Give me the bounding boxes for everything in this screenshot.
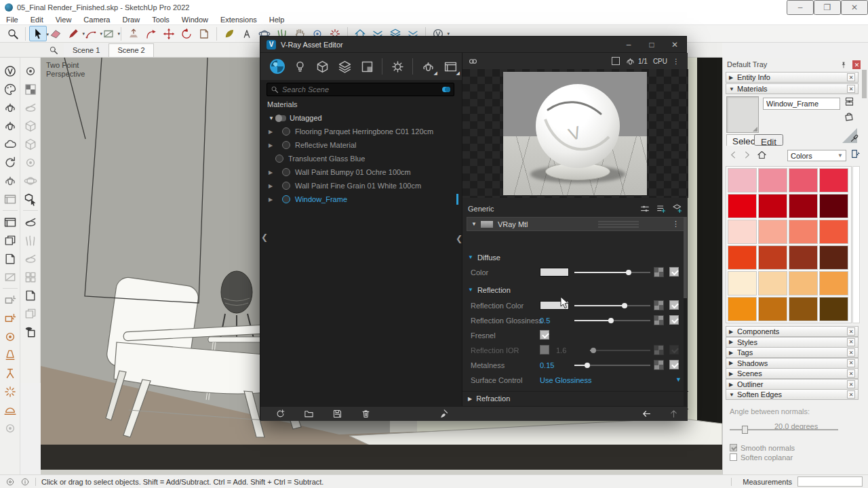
diffuse-section-header[interactable]: ▼Diffuse bbox=[462, 251, 688, 263]
frame-buffer-button[interactable]: ◢ bbox=[441, 58, 459, 75]
preview-menu-icon[interactable]: ⋮ bbox=[673, 58, 679, 65]
Scene 1[interactable]: Scene 1 bbox=[64, 43, 108, 57]
panel-materials[interactable]: ▼Materials ✕ bbox=[726, 83, 859, 94]
sample-paint-icon[interactable] bbox=[850, 133, 860, 143]
arc-tool[interactable]: ▾ bbox=[82, 26, 100, 41]
zoom-window-tool[interactable] bbox=[4, 26, 22, 41]
materials-close-icon[interactable]: ✕ bbox=[847, 85, 855, 93]
color-swatch[interactable] bbox=[789, 271, 818, 296]
tray-collapsed-panel[interactable]: ▶Shadows ✕ bbox=[726, 358, 859, 369]
proxy-cube[interactable] bbox=[22, 117, 39, 135]
color-swatch[interactable] bbox=[728, 220, 757, 244]
soften-coplanar-checkbox[interactable] bbox=[730, 453, 737, 461]
help-icon[interactable] bbox=[20, 477, 30, 487]
clipper[interactable] bbox=[22, 249, 39, 268]
panel-close-icon[interactable]: ✕ bbox=[847, 369, 855, 378]
sphere-pattern[interactable] bbox=[22, 153, 39, 171]
preview-float-icon[interactable] bbox=[612, 57, 620, 65]
reflection-enable-checkbox[interactable] bbox=[669, 300, 679, 310]
lightgen[interactable] bbox=[1, 291, 19, 309]
tab-edit[interactable]: Edit bbox=[754, 134, 783, 146]
eraser-tool[interactable] bbox=[47, 26, 64, 41]
layer-collapse-icon[interactable]: ▼ bbox=[471, 221, 477, 227]
preview-scale-label[interactable]: 1/1 bbox=[638, 58, 648, 65]
preview-link-icon[interactable] bbox=[468, 56, 478, 66]
add-attribute-icon[interactable] bbox=[656, 203, 667, 214]
reflection-color-slider[interactable] bbox=[574, 305, 650, 306]
add-asset-button[interactable] bbox=[275, 409, 285, 419]
expand-arrow-icon[interactable]: ▶ bbox=[269, 197, 275, 203]
in-model-home-icon[interactable] bbox=[757, 150, 767, 160]
plane-light[interactable] bbox=[1, 309, 19, 327]
render-cloud[interactable] bbox=[1, 135, 19, 153]
collapse-arrow-icon[interactable]: ▼ bbox=[269, 115, 275, 121]
fresnel-checkbox[interactable] bbox=[540, 330, 549, 340]
surface-control-dropdown-icon[interactable]: ▼ bbox=[675, 376, 682, 383]
purge-assets-button[interactable] bbox=[439, 409, 449, 419]
panel-collapse-left-icon[interactable]: ❮ bbox=[261, 232, 268, 242]
tray-collapsed-panel[interactable]: ▶Scenes ✕ bbox=[726, 368, 859, 379]
material-list-item[interactable]: ▶ Wall Paint Bumpy 01 Ochre 100cm bbox=[260, 165, 462, 179]
window-restore-button[interactable]: ❐ bbox=[814, 0, 841, 15]
vray-logo[interactable] bbox=[1, 62, 19, 80]
rotate-tool[interactable] bbox=[178, 26, 195, 41]
render-button[interactable]: ◢ bbox=[419, 58, 437, 75]
expand-arrow-icon[interactable]: ▶ bbox=[269, 183, 275, 189]
vray-mtl-layer-row[interactable]: ▼ VRay Mtl ⋮ bbox=[467, 217, 684, 231]
layer-menu-icon[interactable]: ⋮ bbox=[672, 220, 679, 228]
render-elements-category-button[interactable] bbox=[358, 58, 376, 75]
menu-file[interactable]: File bbox=[0, 16, 24, 24]
color-swatch[interactable] bbox=[728, 297, 757, 321]
color-swatch[interactable] bbox=[819, 194, 848, 218]
measurements-input[interactable] bbox=[797, 476, 863, 487]
diffuse-texture-slot-icon[interactable] bbox=[654, 267, 664, 277]
render-interactive[interactable] bbox=[1, 117, 19, 135]
expand-arrow-icon[interactable]: ▶ bbox=[269, 142, 275, 148]
smooth-normals-checkbox[interactable] bbox=[730, 444, 737, 451]
dome-light[interactable] bbox=[1, 401, 19, 419]
spot-light[interactable] bbox=[1, 346, 19, 364]
metalness-value[interactable]: 0.15 bbox=[540, 361, 554, 369]
reflection-section-header[interactable]: ▼Reflection bbox=[462, 284, 688, 296]
color-swatch[interactable] bbox=[819, 271, 848, 296]
textures-category-button[interactable] bbox=[336, 58, 353, 75]
frame-buffer-small[interactable] bbox=[1, 190, 19, 208]
up-button[interactable] bbox=[669, 409, 679, 419]
mesh-export[interactable] bbox=[22, 268, 39, 286]
materials-category-button[interactable] bbox=[269, 58, 286, 75]
entity-info-close-icon[interactable]: ✕ bbox=[847, 73, 855, 81]
glossiness-slider[interactable] bbox=[574, 320, 650, 321]
ies-light[interactable] bbox=[1, 364, 19, 382]
color-swatch[interactable] bbox=[789, 297, 818, 321]
sphere-grid[interactable] bbox=[22, 171, 39, 190]
menu-tools[interactable]: Tools bbox=[146, 16, 176, 24]
tray-collapsed-panel[interactable]: ▶Components ✕ bbox=[726, 326, 859, 337]
infinite-plane[interactable] bbox=[22, 213, 39, 231]
ior-lock-checkbox[interactable] bbox=[540, 345, 549, 354]
line-tool[interactable]: ▾ bbox=[64, 26, 82, 41]
add-material[interactable] bbox=[22, 62, 39, 80]
triangulate[interactable] bbox=[22, 98, 39, 117]
swatch-scrollbar[interactable] bbox=[852, 166, 860, 323]
pack-project[interactable] bbox=[1, 249, 19, 268]
glossiness-enable-checkbox[interactable] bbox=[669, 315, 679, 325]
omni-light[interactable] bbox=[1, 382, 19, 401]
open-asset-button[interactable] bbox=[304, 409, 314, 419]
material-list-item[interactable]: ▶ Window_Frame bbox=[260, 192, 462, 206]
tray-pin-icon[interactable] bbox=[840, 61, 848, 69]
color-swatch[interactable] bbox=[728, 245, 757, 270]
followme-tool[interactable] bbox=[142, 26, 160, 41]
back-arrow-icon[interactable] bbox=[728, 150, 738, 160]
batch-render[interactable] bbox=[1, 231, 19, 249]
ior-texture-slot-icon[interactable] bbox=[654, 345, 664, 355]
add-layer-icon[interactable] bbox=[672, 203, 683, 214]
vray-maximize-button[interactable]: □ bbox=[640, 37, 663, 53]
color-swatch[interactable] bbox=[758, 220, 787, 244]
panel-close-icon[interactable]: ✕ bbox=[847, 338, 855, 346]
update-preview[interactable] bbox=[1, 153, 19, 171]
Scene 2[interactable]: Scene 2 bbox=[108, 43, 153, 57]
panel-entity-info[interactable]: ▶Entity Info ✕ bbox=[726, 72, 859, 83]
color-swatch[interactable] bbox=[728, 271, 757, 296]
tune-params-icon[interactable] bbox=[639, 203, 650, 214]
lights-category-button[interactable] bbox=[291, 58, 309, 75]
